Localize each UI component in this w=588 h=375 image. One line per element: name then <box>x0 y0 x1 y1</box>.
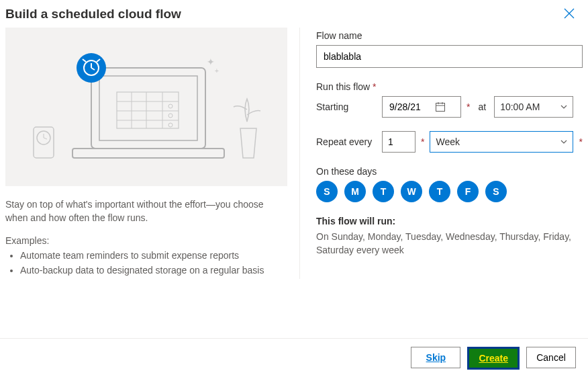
repeat-every-label: Repeat every <box>316 136 377 147</box>
start-date-input[interactable] <box>382 96 461 118</box>
unit-value: Week <box>436 136 460 147</box>
calendar-icon <box>435 101 446 112</box>
day-toggle-fri[interactable]: F <box>457 181 479 202</box>
svg-rect-0 <box>91 68 205 149</box>
summary-text: On Sunday, Monday, Tuesday, Wednesday, T… <box>316 231 583 257</box>
day-toggle-sat[interactable]: S <box>485 181 507 202</box>
chevron-down-icon <box>560 138 567 145</box>
starting-label: Starting <box>316 101 377 112</box>
examples-label: Examples: <box>5 235 287 246</box>
close-button[interactable] <box>562 7 576 22</box>
create-button[interactable]: Create <box>467 347 520 370</box>
skip-button[interactable]: Skip <box>411 347 460 368</box>
day-toggle-tue[interactable]: T <box>373 181 394 202</box>
svg-point-11 <box>168 114 173 118</box>
run-this-flow-label: Run this flow <box>316 81 370 92</box>
svg-point-10 <box>168 104 173 108</box>
svg-rect-3 <box>117 92 179 128</box>
description-text: Stay on top of what's important without … <box>5 198 287 224</box>
start-time-select[interactable]: 10:00 AM <box>494 96 573 118</box>
summary-label: This flow will run: <box>316 216 583 226</box>
svg-rect-2 <box>72 149 224 158</box>
svg-rect-19 <box>34 127 54 158</box>
svg-point-12 <box>168 123 173 127</box>
illustration: ✦ + <box>5 28 287 186</box>
day-toggle-sun[interactable]: S <box>316 181 338 202</box>
flow-name-input[interactable] <box>316 45 583 68</box>
svg-rect-25 <box>436 103 445 112</box>
svg-text:✦: ✦ <box>207 56 215 67</box>
close-icon <box>564 8 575 19</box>
cancel-button[interactable]: Cancel <box>526 347 576 368</box>
flow-name-label: Flow name <box>316 30 583 41</box>
date-value[interactable] <box>388 101 435 113</box>
list-item: Auto-backup data to designated storage o… <box>20 263 287 277</box>
repeat-count-input[interactable] <box>382 131 415 153</box>
time-value: 10:00 AM <box>500 101 540 112</box>
required-asterisk: * <box>373 81 376 92</box>
repeat-unit-select[interactable]: Week <box>430 131 573 153</box>
day-toggle-thu[interactable]: T <box>429 181 450 202</box>
svg-line-22 <box>44 138 47 139</box>
required-asterisk: * <box>467 101 470 112</box>
required-asterisk: * <box>421 136 424 147</box>
at-label: at <box>478 101 486 112</box>
on-these-days-label: On these days <box>316 166 583 177</box>
svg-rect-1 <box>99 76 197 140</box>
chevron-down-icon <box>560 103 567 110</box>
examples-list: Automate team reminders to submit expens… <box>5 249 287 278</box>
svg-text:+: + <box>215 67 219 75</box>
dialog-title: Build a scheduled cloud flow <box>5 7 181 22</box>
required-asterisk: * <box>579 136 582 147</box>
day-toggle-wed[interactable]: W <box>401 181 422 202</box>
day-toggle-mon[interactable]: M <box>344 181 366 202</box>
list-item: Automate team reminders to submit expens… <box>20 249 287 262</box>
